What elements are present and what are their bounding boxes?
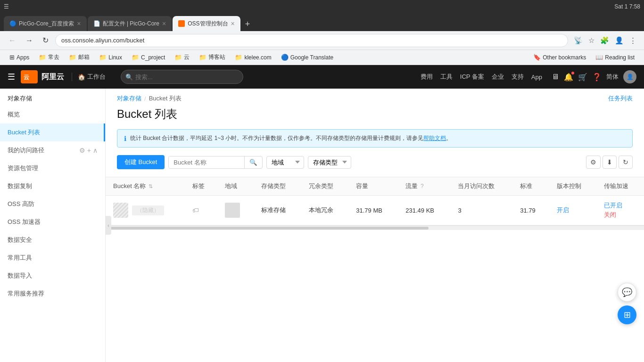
menu-button[interactable]: ⋮	[627, 34, 638, 47]
bookmark-linux[interactable]: 📁 Linux	[95, 53, 126, 62]
cart-icon[interactable]: 🛒	[578, 73, 587, 82]
cast-button[interactable]: 📡	[572, 34, 585, 47]
standard-value: 31.79	[520, 207, 536, 214]
bookmark-google-translate[interactable]: 🔵 Google Translate	[277, 53, 337, 62]
sidebar-item-bucket-list[interactable]: Bucket 列表	[0, 123, 105, 141]
bookmark-other[interactable]: 🔖 Other bookmarks	[529, 53, 590, 62]
aliyun-header: ☰ 云 阿里云 🏠 工作台 🔍 费用 工具 ICP 备案 企业 支持 App	[0, 65, 644, 89]
sidebar-item-data-import[interactable]: 数据导入	[0, 267, 105, 285]
os-menu[interactable]: ☰	[4, 3, 9, 10]
sidebar-item-my-access[interactable]: 我的访问路径 ⚙ + ∧	[0, 141, 105, 159]
storage-type-filter-select[interactable]: 存储类型	[308, 156, 351, 169]
notification-icon[interactable]: 🔔	[564, 73, 573, 82]
table-header-row: Bucket 名称 ⇅ 标签 地域 存储类型	[106, 177, 644, 196]
bookmark-button[interactable]: ☆	[586, 34, 596, 47]
col-storage-type-label: 存储类型	[261, 182, 286, 189]
sidebar-item-tools-label: 常用工具	[8, 254, 32, 262]
redundancy-value: 本地冗余	[309, 206, 333, 214]
tab-close-3[interactable]: ×	[231, 20, 235, 27]
header-search-input[interactable]	[121, 70, 243, 84]
lang-switch[interactable]: 简体	[606, 73, 619, 81]
tab-picgo-config[interactable]: 📄 配置文件 | PicGo-Core ×	[88, 16, 172, 31]
help-circle-icon[interactable]: ❓	[592, 73, 602, 82]
nav-tools[interactable]: 工具	[440, 73, 453, 81]
sidebar-item-resource[interactable]: 资源包管理	[0, 159, 105, 177]
address-bar[interactable]	[55, 34, 568, 47]
reload-button[interactable]: ↻	[40, 34, 51, 47]
refresh-icon-button[interactable]: ↻	[619, 156, 633, 169]
aliyun-logo-symbol: 云	[21, 70, 38, 83]
bookmark-boke[interactable]: 📁 博客站	[195, 52, 229, 62]
storage-type-value: 标准存储	[261, 206, 286, 214]
bookmark-klelee[interactable]: 📁 klelee.com	[231, 53, 275, 62]
forward-button[interactable]: →	[23, 34, 36, 47]
chevron-up-icon[interactable]: ∧	[93, 147, 98, 154]
transfer-accel-close-link[interactable]: 关闭	[604, 211, 636, 219]
horizontal-scrollbar[interactable]	[106, 225, 644, 230]
settings-icon-button[interactable]: ⚙	[586, 156, 601, 169]
sort-name-icon[interactable]: ⇅	[149, 183, 153, 189]
folder-icon-3: 📁	[99, 54, 107, 61]
tag-icon[interactable]: 🏷	[192, 206, 199, 214]
breadcrumb-current: Bucket 列表	[149, 94, 182, 103]
tab-picgo-search[interactable]: 🔵 PicGo-Core_百度搜索 ×	[4, 16, 87, 31]
back-button[interactable]: ←	[6, 34, 19, 47]
col-transfer-accel: 传输加速	[596, 177, 644, 196]
tab-close-1[interactable]: ×	[77, 20, 81, 27]
nav-icp[interactable]: ICP 备案	[460, 73, 484, 81]
sidebar-item-oss-accel[interactable]: OSS 加速器	[0, 213, 105, 231]
sidebar-item-resource-label: 资源包管理	[8, 164, 38, 173]
bookmark-cproject[interactable]: 📁 C_project	[128, 53, 169, 62]
breadcrumb-parent[interactable]: 对象存储	[117, 94, 141, 103]
folder-icon-6: 📁	[199, 54, 206, 61]
nav-support[interactable]: 支持	[512, 73, 524, 81]
sidebar-item-data-copy[interactable]: 数据复制	[0, 177, 105, 195]
bookmark-youxiang[interactable]: 📁 邮箱	[65, 52, 93, 62]
bookmark-yun-label: 云	[184, 53, 190, 61]
tab-oss-console[interactable]: OSS管理控制台 ×	[173, 16, 240, 31]
aliyun-logo-text: 阿里云	[41, 72, 64, 82]
sidebar-item-data-security[interactable]: 数据安全	[0, 231, 105, 249]
sidebar-item-common-service[interactable]: 常用服务推荐	[0, 285, 105, 303]
tab-close-2[interactable]: ×	[162, 20, 166, 27]
bookmark-apps[interactable]: ⊞ Apps	[6, 53, 33, 62]
sidebar-item-overview[interactable]: 概览	[0, 106, 105, 123]
gear-icon[interactable]: ⚙	[79, 147, 85, 154]
bookmark-yun[interactable]: 📁 云	[171, 52, 193, 62]
account-button[interactable]: 👤	[613, 34, 626, 47]
monitor-icon[interactable]: 🖥	[552, 73, 559, 81]
capacity-value: 31.79 MB	[356, 207, 382, 214]
cell-traffic: 231.49 KB	[398, 196, 450, 225]
user-avatar[interactable]: 👤	[623, 70, 636, 83]
bucket-name-search-button[interactable]: 🔍	[244, 156, 262, 168]
grid-float-button[interactable]: ⊞	[618, 305, 636, 324]
nav-app[interactable]: App	[531, 74, 542, 81]
traffic-help-icon[interactable]: ?	[421, 183, 424, 189]
horizontal-scrollbar-thumb[interactable]	[106, 227, 429, 230]
bucket-thumbnail	[113, 203, 128, 218]
bookmark-reading[interactable]: 📖 Reading list	[592, 53, 638, 62]
nav-cost[interactable]: 费用	[421, 73, 433, 81]
nav-enterprise[interactable]: 企业	[492, 73, 504, 81]
region-filter-select[interactable]: 地域	[266, 156, 304, 169]
bucket-name-input[interactable]	[169, 156, 244, 168]
plus-icon[interactable]: +	[87, 147, 91, 154]
download-icon-button[interactable]: ⬇	[603, 156, 617, 169]
sidebar-item-oss-defender[interactable]: OSS 高防	[0, 195, 105, 213]
hamburger-menu-icon[interactable]: ☰	[8, 72, 15, 82]
bookmark-changqu[interactable]: 📁 常去	[35, 52, 63, 62]
help-doc-link[interactable]: 帮助文档	[423, 135, 446, 141]
version-ctrl-enable-link[interactable]: 开启	[557, 206, 569, 214]
info-text: 统计 Bucket 合计数据，平均延迟 1~3 小时。不作为计量数据，仅作参考。…	[130, 134, 452, 142]
task-list-link[interactable]: 任务列表	[608, 94, 633, 103]
toolbar-right: ⚙ ⬇ ↻	[586, 156, 633, 169]
chat-float-button[interactable]: 💬	[618, 283, 636, 302]
extension-button[interactable]: 🧩	[598, 34, 611, 47]
sidebar-item-common-tools[interactable]: 常用工具	[0, 249, 105, 267]
tab-bar: 🔵 PicGo-Core_百度搜索 × 📄 配置文件 | PicGo-Core …	[0, 13, 644, 31]
new-tab-button[interactable]: +	[241, 17, 254, 31]
sidebar-collapse-handle[interactable]: ‹	[106, 216, 111, 235]
header-nav: 费用 工具 ICP 备案 企业 支持 App	[421, 73, 542, 81]
workbench-link[interactable]: 🏠 工作台	[72, 73, 111, 81]
create-bucket-button[interactable]: 创建 Bucket	[117, 155, 165, 169]
